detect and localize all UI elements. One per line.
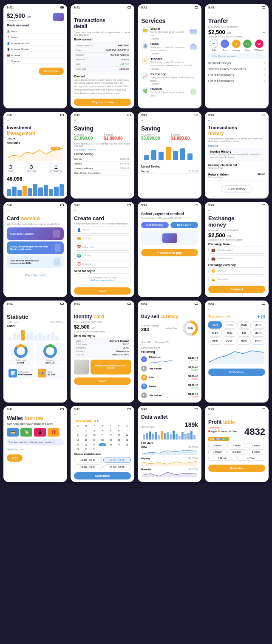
net-banking-button[interactable]: Net banking	[141, 222, 169, 228]
cal-day-26[interactable]: 26	[107, 443, 114, 446]
cal-day-30[interactable]: 30	[82, 448, 90, 451]
convert-button[interactable]: Convert	[208, 286, 265, 293]
all-card-field[interactable]: 💳 All Card	[74, 235, 131, 242]
cal-day-4[interactable]: 4	[99, 429, 106, 432]
jun-button[interactable]: JUN	[223, 329, 236, 337]
period-3w[interactable]: 3 Week	[247, 443, 265, 448]
period-1w[interactable]: 1 Week	[208, 443, 227, 448]
add-month-button[interactable]: +	[257, 314, 260, 320]
cal-day-19[interactable]: 19	[107, 438, 114, 442]
cal-day-31[interactable]: 31	[91, 448, 98, 451]
cal-day-3[interactable]: 3	[91, 429, 98, 432]
cal-day-22[interactable]: 22	[74, 443, 82, 446]
nov-button[interactable]: NOV	[237, 338, 251, 345]
dec-button[interactable]: DEC	[252, 338, 265, 345]
password-field[interactable]: 🔒 Password	[208, 276, 265, 283]
service-item-privileged[interactable]: Enjoy the privileged world with Bank cre…	[7, 241, 64, 254]
period-2m[interactable]: 2 Month	[227, 449, 246, 454]
cal-day-7[interactable]: 7	[123, 429, 131, 432]
back-button[interactable]: ←	[205, 411, 269, 417]
service-transfer[interactable]: ↔️ Tranfer Save your money for ordering …	[141, 57, 198, 70]
ethereum-stat[interactable]: Ξ ETHEREUM	[48, 162, 64, 174]
atgang-item[interactable]: Atgang$5.66554	[141, 457, 198, 466]
cal-day-10[interactable]: 10	[91, 434, 98, 437]
back-button[interactable]: ←	[205, 207, 269, 213]
person-williams[interactable]: W Williams	[254, 40, 264, 51]
binance-field[interactable]: 🪙 Binance	[208, 267, 265, 275]
cal-day-20[interactable]: 20	[115, 438, 122, 442]
cal-day-27[interactable]: 27	[115, 443, 122, 446]
beneficiaries-item-2[interactable]: List of beneficiaries ›	[208, 78, 265, 84]
service-branch[interactable]: 🌿 Branch Cards sitting on to get a great…	[141, 87, 198, 98]
troika-row[interactable]: T Troika $3,60.45+0.52%	[141, 382, 198, 391]
cal-day-1[interactable]: 1	[74, 429, 82, 432]
cal-day-29[interactable]: 29	[74, 448, 82, 451]
cal-day-28[interactable]: 28	[123, 443, 131, 446]
add-person-button[interactable]: + Add	[210, 40, 218, 51]
aug-button[interactable]: AUG	[252, 329, 265, 337]
back-button[interactable]: ←	[71, 117, 134, 122]
wallet-icon-gift[interactable]: 🎁	[48, 428, 60, 437]
cal-day-21[interactable]: 21	[123, 438, 131, 442]
bitcoin-stat[interactable]: ₿ BITCOIN	[26, 162, 37, 174]
doc-link[interactable]: Www.deep.doc	[7, 448, 64, 451]
deeper-account-item[interactable]: In the Deeper account ›	[208, 53, 265, 59]
filter-month-button[interactable]: ⊞	[261, 314, 265, 320]
pay-other-cards-button[interactable]: Pay other cards	[25, 274, 45, 277]
expired-field[interactable]: ⏰ Expired	[74, 261, 131, 268]
litecoin-row-2[interactable]: Ł Lite coinm $3,60.45-0.52%	[141, 391, 198, 400]
cal-day-17[interactable]: 17	[91, 438, 98, 442]
debit-card-button[interactable]: Debit card	[170, 222, 198, 228]
cal-day-6[interactable]: 6	[115, 429, 122, 432]
more-icon[interactable]: ⋯	[262, 233, 265, 237]
back-button[interactable]: ←	[205, 117, 269, 122]
schedule-cal-button[interactable]: Schedule	[74, 472, 131, 479]
choose-wallet-field[interactable]: 💼 Choose wallet	[208, 247, 265, 254]
service-item-refund[interactable]: 10% refund on weekend supermarket bills	[7, 255, 64, 268]
transfer-securities-item[interactable]: Transfer money to securities ›	[208, 66, 265, 72]
back-button[interactable]: ←	[138, 10, 201, 15]
period-6m[interactable]: 6 Month	[208, 456, 236, 461]
time-12-14[interactable]: 12:00 - 14:00	[103, 457, 131, 463]
back-button[interactable]: ←	[3, 117, 67, 122]
name-field[interactable]: 👤 Name	[74, 227, 131, 234]
add-payment-link[interactable]: Add payment method	[77, 279, 128, 281]
period-3m[interactable]: 3 Month	[247, 449, 265, 454]
back-button[interactable]: ←	[138, 117, 201, 122]
cal-day-18[interactable]: 18	[99, 438, 106, 442]
cal-day-5[interactable]: 5	[107, 429, 114, 432]
cal-day-15[interactable]: 15	[74, 438, 82, 442]
proceed-to-pay-button[interactable]: Proceed to pay	[141, 249, 198, 256]
country-field[interactable]: 🌍 Country	[74, 252, 131, 259]
schedule-button[interactable]: Schedule	[208, 369, 265, 376]
wallet-icon-tag[interactable]: 🏷️	[20, 428, 32, 437]
back-button[interactable]: ←	[71, 411, 134, 417]
save-button[interactable]: Save	[74, 287, 131, 295]
back-button[interactable]: ←	[3, 306, 67, 311]
cal-day-13[interactable]: 13	[115, 434, 122, 437]
time-10-12[interactable]: 10:00 - 12:00	[74, 457, 102, 463]
service-exchange[interactable]: 📈 Exchange Save the details of your card…	[141, 72, 198, 85]
period-1m[interactable]: 1 Month	[208, 449, 227, 454]
beneficiaries-item-1[interactable]: List of beneficiaries ›	[208, 72, 265, 78]
wallet-icon-phone[interactable]: 📱	[34, 428, 46, 437]
more-icon[interactable]: ⋯	[263, 31, 265, 34]
ethereum-row[interactable]: Ξ Ethereum $3,60.45+0.52%	[141, 355, 198, 364]
time-14-16[interactable]: 14:00 - 16:00	[74, 464, 102, 470]
jul-button[interactable]: JUL	[237, 329, 251, 337]
back-button[interactable]: ←	[205, 10, 269, 15]
continue-button[interactable]: Continue	[39, 68, 64, 75]
mar-button[interactable]: MAR	[237, 321, 251, 329]
service-wallet[interactable]: 💳 Wallet Cards sitting on to get a great…	[141, 27, 198, 40]
choose-wallet-2-field[interactable]: 💼 Choose wallet	[208, 255, 265, 262]
person-tom[interactable]: T Tom	[221, 40, 229, 51]
cal-day-24[interactable]: 24	[91, 443, 98, 446]
register-button[interactable]: Register	[208, 465, 265, 472]
period-2w[interactable]: 2 Week	[227, 443, 246, 448]
month-arrow-right[interactable]: ▶	[97, 419, 99, 423]
wallet-icon-card[interactable]: 💳	[7, 428, 19, 437]
cal-day-25[interactable]: 25	[99, 443, 106, 446]
time-16-18[interactable]: 16:00 - 18:00	[103, 464, 131, 470]
cal-day-14[interactable]: 14	[123, 434, 131, 437]
payment-now-button[interactable]: Payment now	[74, 99, 131, 106]
